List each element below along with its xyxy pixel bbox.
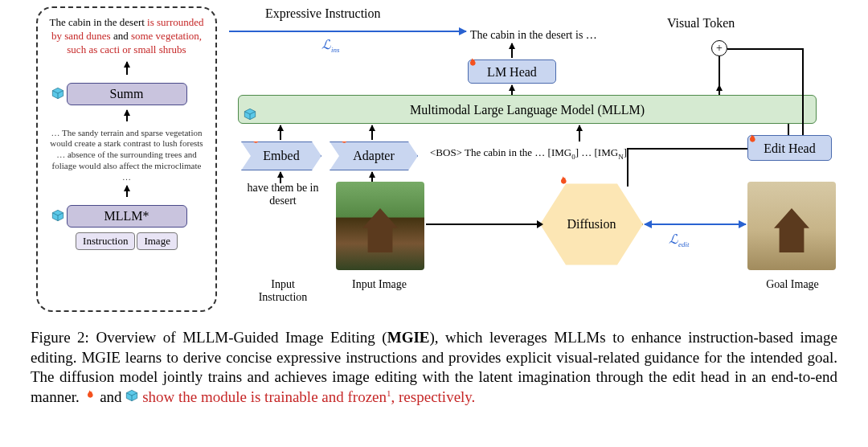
adapter-block: Adapter	[330, 141, 418, 170]
connector	[426, 224, 538, 225]
connector	[727, 48, 804, 50]
detail-text: … The sandy terrain and sparse vegetatio…	[44, 125, 209, 187]
tok-pre: <BOS> The cabin in the … [IMG	[430, 146, 571, 158]
loss-edit-connector	[645, 224, 746, 225]
l-edit-sub: edit	[678, 240, 690, 248]
cube-frozen-icon	[51, 87, 64, 100]
decoded-text: The cabin in the desert is …	[470, 29, 597, 42]
arrow-up	[579, 125, 580, 141]
mllm-bar-label: Multimodal Large Language Model (MLLM)	[410, 103, 645, 117]
connector	[627, 148, 628, 187]
fire-icon	[248, 134, 261, 147]
cube-frozen-icon	[125, 388, 138, 400]
input-image-label: Input Image	[342, 278, 416, 291]
cap-red: show the module is trainable and frozen1…	[142, 388, 475, 405]
token-sequence: <BOS> The cabin in the … [IMG0] … [IMGN]	[430, 146, 627, 161]
embed-block: Embed	[241, 141, 321, 170]
embed-label: Embed	[263, 149, 299, 163]
goal-image	[747, 182, 836, 270]
cube-frozen-icon	[244, 102, 256, 115]
fire-icon	[465, 54, 478, 67]
connector	[788, 124, 789, 135]
adapter-label: Adapter	[353, 149, 395, 163]
arrow-up	[719, 85, 720, 95]
loss-edit: ℒedit	[669, 232, 690, 248]
instruction-text: The cabin in the desert is surrounded by…	[44, 16, 209, 57]
arrow-up	[280, 125, 281, 140]
goal-image-label: Goal Image	[755, 278, 829, 291]
summ-label: Summ	[110, 87, 144, 100]
fire-icon	[556, 175, 569, 188]
input-instruction-chip: Instruction	[76, 232, 135, 250]
cap-bold: MGIE	[387, 329, 430, 346]
input-image-chip: Image	[137, 232, 177, 250]
expressive-instruction-label: Expressive Instruction	[265, 6, 381, 21]
arrow-up	[371, 125, 373, 140]
input-pair: Instruction Image	[44, 232, 209, 250]
instr-black-1: The cabin in the desert	[49, 16, 147, 28]
input-image	[336, 182, 424, 270]
summ-block: Summ	[67, 83, 187, 105]
l-edit-symbol: ℒ	[669, 232, 678, 246]
text-input-instruction: have them be in desert	[243, 182, 323, 207]
cap-red-tail: , respectively.	[391, 388, 476, 405]
mllm-bar: Multimodal Large Language Model (MLLM)	[238, 95, 817, 124]
architecture-diagram: The cabin in the desert is surrounded by…	[0, 0, 868, 322]
arrow-expressive	[229, 31, 466, 32]
cube-frozen-icon	[51, 209, 64, 222]
lm-head-block: LM Head	[468, 59, 556, 84]
instr-black-2: and	[111, 30, 131, 42]
input-instruction-label: Input Instruction	[246, 278, 320, 304]
tok-mid: ] … [IMG	[575, 146, 618, 158]
l-ins-symbol: ℒ	[321, 38, 331, 51]
cap-red-main: show the module is trainable and frozen	[142, 388, 387, 405]
fire-icon	[337, 134, 350, 147]
plus-symbol: +	[716, 42, 723, 55]
fire-icon	[83, 388, 96, 400]
connector	[802, 48, 804, 135]
mllm-star-block: MLLM*	[67, 205, 187, 228]
left-dashed-panel: The cabin in the desert is surrounded by…	[36, 6, 217, 312]
connector	[627, 148, 747, 150]
l-ins-sub: ins	[331, 46, 340, 54]
fire-icon	[745, 129, 758, 142]
cap-pre: Figure 2: Overview of MLLM-Guided Image …	[31, 329, 387, 346]
diffusion-label: Diffusion	[567, 217, 616, 232]
arrow-up	[511, 43, 513, 58]
diffusion-block: Diffusion	[540, 180, 643, 269]
cap-and: and	[96, 388, 125, 405]
arrowhead	[537, 220, 543, 228]
visual-token-label: Visual Token	[667, 16, 735, 31]
loss-ins: ℒins	[321, 37, 340, 54]
figure-caption: Figure 2: Overview of MLLM-Guided Image …	[31, 328, 837, 408]
plus-join-icon: +	[711, 40, 727, 56]
arrow-up	[511, 85, 513, 95]
lm-head-label: LM Head	[487, 65, 537, 79]
mllm-star-label: MLLM*	[104, 209, 149, 223]
edit-head-block: Edit Head	[747, 135, 832, 161]
edit-head-label: Edit Head	[764, 141, 815, 155]
